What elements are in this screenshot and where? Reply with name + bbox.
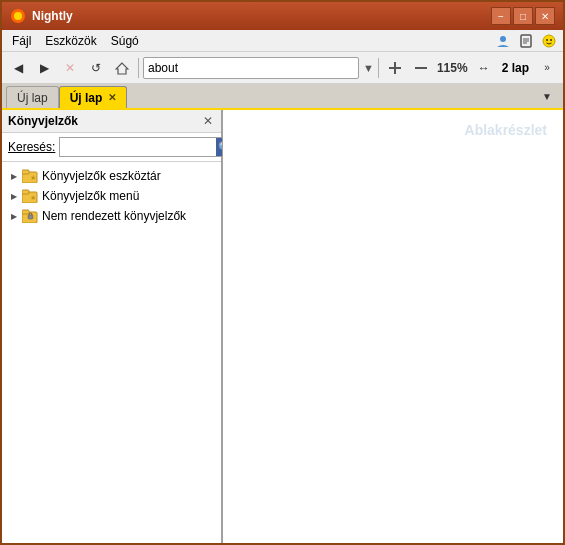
minimize-button[interactable]: − — [491, 7, 511, 25]
reader-icon-btn[interactable] — [515, 31, 537, 51]
bookmarks-panel: Könyvjelzők ✕ Keresés: 🔍 ▶ — [2, 110, 222, 543]
svg-point-2 — [500, 36, 506, 42]
tab-new-2[interactable]: Új lap ✕ — [59, 86, 128, 108]
reload-button[interactable]: ↺ — [84, 56, 108, 80]
window-title: Nightly — [32, 9, 491, 23]
tab-new-1[interactable]: Új lap — [6, 86, 59, 108]
address-input[interactable] — [144, 61, 358, 75]
menu-bar: Fájl Eszközök Súgó — [2, 30, 563, 52]
tree-item-menu[interactable]: ▶ ★ Könyvjelzők menü — [4, 186, 219, 206]
user-icon-btn[interactable] — [493, 31, 513, 51]
tree-arrow-2: ▶ — [8, 190, 20, 202]
browser-window: Nightly − □ ✕ Fájl Eszközök Súgó — [0, 0, 565, 545]
menu-tools[interactable]: Eszközök — [39, 32, 102, 50]
menu-help[interactable]: Súgó — [105, 32, 145, 50]
tree-arrow-1: ▶ — [8, 170, 20, 182]
svg-marker-10 — [116, 63, 128, 74]
menu-file[interactable]: Fájl — [6, 32, 37, 50]
search-label: Keresés: — [8, 140, 55, 154]
svg-point-7 — [543, 35, 555, 47]
tree-label-2: Könyvjelzők menü — [42, 189, 139, 203]
address-bar[interactable] — [143, 57, 359, 79]
title-bar: Nightly − □ ✕ — [2, 2, 563, 30]
tree-item-toolbar[interactable]: ▶ ★ Könyvjelzők eszköztár — [4, 166, 219, 186]
tree-label-1: Könyvjelzők eszköztár — [42, 169, 161, 183]
address-separator: ▼ — [363, 62, 374, 74]
folder-icon-2: ★ — [22, 189, 38, 203]
svg-point-1 — [14, 12, 22, 20]
toolbar: ◀ ▶ ✕ ↺ ▼ 115% ↔ 2 lap » — [2, 52, 563, 84]
emoji-icon-btn[interactable] — [539, 31, 559, 51]
folder-icon-1: ★ — [22, 169, 38, 183]
window-controls: − □ ✕ — [491, 7, 555, 25]
tab-list-button[interactable]: ▼ — [535, 84, 559, 108]
folder-lock-icon — [22, 209, 38, 223]
tab-close-button[interactable]: ✕ — [108, 92, 116, 103]
toolbar-separator-1 — [138, 58, 139, 78]
content-area: Könyvjelzők ✕ Keresés: 🔍 ▶ — [2, 110, 563, 543]
svg-point-8 — [546, 39, 548, 41]
svg-rect-18 — [22, 190, 29, 194]
zoom-out-btn[interactable] — [409, 56, 433, 80]
app-icon — [10, 8, 26, 24]
svg-rect-22 — [28, 215, 33, 219]
zoom-level: 115% — [435, 61, 470, 75]
close-button[interactable]: ✕ — [535, 7, 555, 25]
tab-label-1: Új lap — [17, 91, 48, 105]
maximize-button[interactable]: □ — [513, 7, 533, 25]
mosaic-watermark: Ablakrészlet — [449, 110, 563, 150]
pages-label: 2 lap — [498, 61, 533, 75]
panel-title: Könyvjelzők — [8, 114, 78, 128]
stop-button[interactable]: ✕ — [58, 56, 82, 80]
svg-rect-21 — [22, 210, 29, 214]
panel-close-button[interactable]: ✕ — [201, 114, 215, 128]
home-button[interactable] — [110, 56, 134, 80]
tree-arrow-3: ▶ — [8, 210, 20, 222]
tree-item-unsorted[interactable]: ▶ Nem rendezett könyvjelzők — [4, 206, 219, 226]
search-input-wrap[interactable]: 🔍 — [59, 137, 235, 157]
full-zoom-btn[interactable]: ↔ — [472, 56, 496, 80]
svg-rect-15 — [22, 170, 29, 174]
search-input[interactable] — [60, 140, 216, 154]
forward-button[interactable]: ▶ — [32, 56, 56, 80]
tree-label-3: Nem rendezett könyvjelzők — [42, 209, 186, 223]
svg-text:★: ★ — [30, 194, 36, 201]
panel-title-bar: Könyvjelzők ✕ — [2, 110, 221, 133]
back-button[interactable]: ◀ — [6, 56, 30, 80]
svg-point-9 — [550, 39, 552, 41]
svg-text:★: ★ — [30, 174, 36, 181]
main-content: Ablakrészlet — [223, 110, 563, 543]
more-tools-btn[interactable]: » — [535, 56, 559, 80]
zoom-in-btn[interactable] — [383, 56, 407, 80]
tab-bar: Új lap Új lap ✕ ▼ — [2, 84, 563, 110]
tree-view: ▶ ★ Könyvjelzők eszköztár ▶ ★ — [2, 162, 221, 543]
tab-label-2: Új lap — [70, 91, 103, 105]
svg-rect-13 — [415, 67, 427, 69]
tab-bar-end: ▼ — [535, 84, 563, 108]
search-bar: Keresés: 🔍 — [2, 133, 221, 162]
svg-rect-12 — [394, 62, 396, 74]
toolbar-separator-2 — [378, 58, 379, 78]
